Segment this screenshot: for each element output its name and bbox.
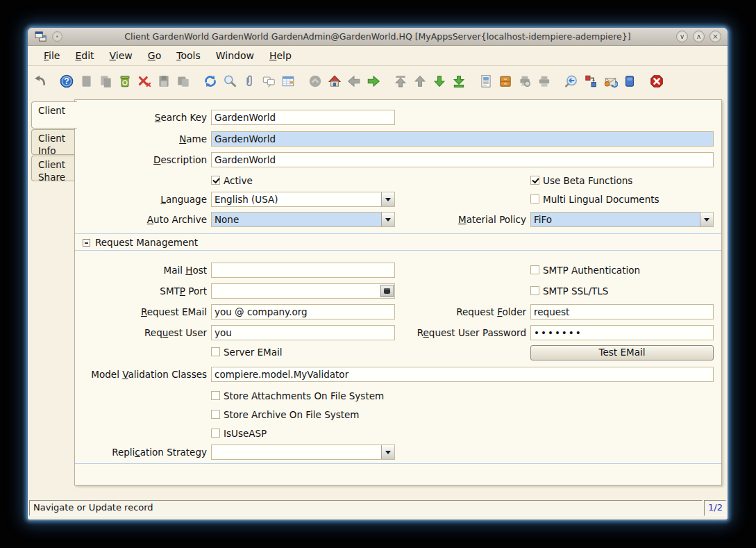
content-panel: Search Key GardenWorld Name GardenWorld … [74,99,722,485]
replication-strategy-combo[interactable] [211,445,395,460]
last-record-button[interactable] [450,72,468,90]
mail-host-label: Mail Host [82,263,207,278]
window-controls: ∨∧× [676,31,721,42]
search-key-field[interactable]: GardenWorld [211,110,395,125]
new-record-icon [78,74,94,89]
menu-bar: FileEditViewGoToolsWindowHelp [28,46,728,66]
next-record-button[interactable] [430,72,448,90]
product-info-button[interactable] [621,72,639,90]
server-email-label: Server EMail [224,344,283,360]
toolbar: ? [28,66,728,97]
is-use-asp-checkbox[interactable] [211,429,220,438]
store-archive-label: Store Archive On File System [224,407,359,422]
print-preview-button[interactable] [516,72,534,90]
collapse-icon[interactable] [83,239,90,247]
first-record-button[interactable] [392,72,410,90]
request-user-label: Request User [82,325,207,340]
menu-window[interactable]: Window [208,47,262,64]
archive-button[interactable] [496,72,514,90]
group-divider-bottom [75,250,721,251]
request-user-password-field[interactable]: ••••••• [530,325,714,340]
store-archive-checkbox[interactable] [211,410,220,419]
material-policy-combo[interactable]: FiFo [530,212,714,227]
smtp-authentication-label: SMTP Authentication [543,263,640,278]
use-beta-functions-checkbox[interactable] [530,176,539,185]
test-email-button[interactable]: Test EMail [530,345,714,360]
minimize-button[interactable]: ∨ [676,31,688,42]
tab-client-share[interactable]: Client Share [31,156,76,181]
report-button[interactable] [477,72,495,90]
new-record-button[interactable] [77,72,95,90]
save-record-button[interactable] [155,72,173,90]
workflow-icon [583,74,598,89]
menu-tools[interactable]: Tools [169,47,208,64]
description-label: Description [82,152,207,167]
grid-toggle-button[interactable] [279,72,297,90]
copy-record-icon [98,74,113,89]
tab-client-info[interactable]: Client Info [31,129,76,155]
language-value: English (USA) [215,194,278,205]
grid-toggle-icon [280,74,296,89]
request-folder-field[interactable]: request [530,304,714,319]
find-icon [222,74,237,89]
undo-button[interactable] [31,72,49,90]
zoom-across-button[interactable] [562,72,580,90]
parent-record-button[interactable] [306,72,324,90]
undo-icon [32,74,47,89]
active-checkbox[interactable] [211,176,220,185]
server-email-checkbox[interactable] [211,347,220,356]
check-requests-icon [603,74,618,89]
replication-strategy-dropdown-button[interactable] [381,445,394,459]
save-create-new-button[interactable] [174,72,192,90]
help-button[interactable]: ? [58,72,76,90]
refresh-button[interactable] [201,72,219,90]
calculator-button[interactable] [380,285,394,297]
language-label: Language [82,192,207,207]
previous-record-icon [412,74,428,89]
store-attachments-checkbox[interactable] [211,391,220,400]
chat-button[interactable] [260,72,278,90]
model-validation-classes-field[interactable]: compiere.model.MyValidator [211,367,714,382]
smtp-port-field[interactable] [211,283,395,299]
back-button[interactable] [345,72,363,90]
close-button[interactable]: × [709,31,721,42]
copy-record-button[interactable] [96,72,115,90]
language-combo[interactable]: English (USA) [211,192,395,207]
record-indicator: 1/2 [704,500,726,516]
language-dropdown-button[interactable] [381,192,394,206]
delete-selection-button[interactable] [135,72,153,90]
forward-icon [366,74,381,89]
mail-host-field[interactable] [211,263,395,278]
menu-file[interactable]: File [36,47,67,64]
find-button[interactable] [221,72,239,90]
request-management-group-header[interactable]: Request Management [83,235,198,249]
auto-archive-value: None [215,214,239,225]
smtp-authentication-checkbox[interactable] [530,265,539,274]
attachment-button[interactable] [240,72,258,90]
menu-help[interactable]: Help [262,47,299,64]
end-window-button[interactable] [648,72,666,90]
status-message: Navigate or Update record [29,500,703,516]
forward-button[interactable] [364,72,383,90]
multi-lingual-documents-checkbox[interactable] [530,194,539,204]
theme-menu-button[interactable] [52,31,62,42]
menu-edit[interactable]: Edit [67,47,101,64]
print-button[interactable] [535,72,553,90]
smtp-ssl-tls-checkbox[interactable] [530,286,539,295]
request-management-group-label: Request Management [95,237,198,248]
menu-view[interactable]: View [102,47,140,64]
bottom-divider [75,463,721,464]
description-field[interactable]: GardenWorld [211,152,714,167]
delete-record-button[interactable] [116,72,134,90]
name-field[interactable]: GardenWorld [211,131,714,147]
request-user-password-label: Request User Password [347,325,526,340]
home-button[interactable] [326,72,344,90]
check-requests-button[interactable] [601,72,619,90]
previous-record-button[interactable] [411,72,429,90]
workflow-button[interactable] [582,72,600,90]
maximize-button[interactable]: ∧ [693,31,705,42]
print-icon [537,74,552,89]
menu-go[interactable]: Go [140,47,169,64]
material-policy-dropdown-button[interactable] [700,213,713,226]
tab-client[interactable]: Client [31,101,77,128]
